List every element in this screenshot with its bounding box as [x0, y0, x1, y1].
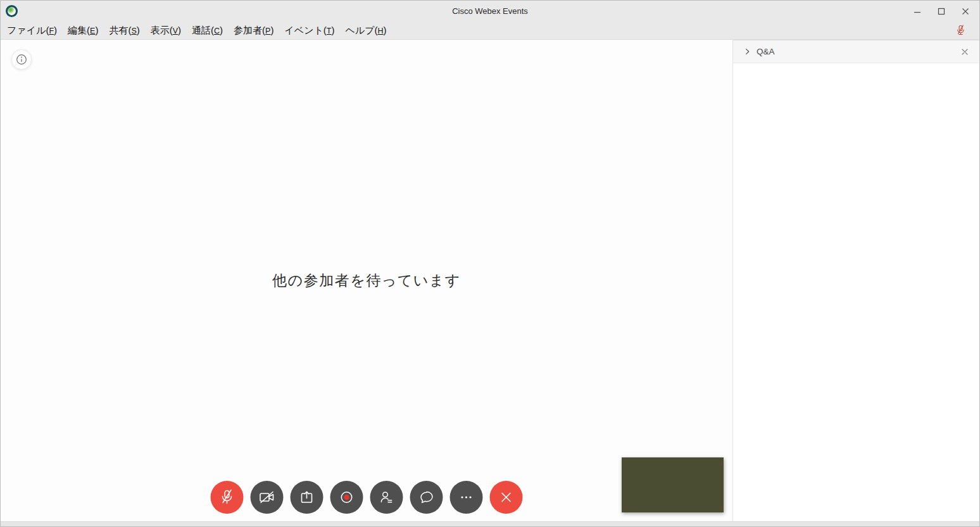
qa-collapse-button[interactable] — [743, 47, 752, 56]
minimize-icon — [914, 8, 921, 15]
camera-button[interactable] — [251, 481, 284, 514]
microphone-muted-icon — [219, 488, 236, 506]
close-icon — [961, 48, 969, 56]
minimize-button[interactable] — [912, 6, 922, 16]
menu-view[interactable]: 表示(V) — [151, 25, 181, 37]
window-controls — [912, 1, 971, 22]
share-content-button[interactable] — [291, 481, 324, 514]
menu-file[interactable]: ファイル(F) — [7, 25, 57, 37]
maximize-icon — [938, 8, 945, 15]
microphone-muted-indicator-icon — [956, 25, 965, 37]
chevron-right-icon — [744, 48, 751, 55]
qa-close-button[interactable] — [960, 47, 970, 57]
meeting-info-button[interactable] — [11, 49, 32, 70]
menu-edit[interactable]: 編集(E) — [68, 25, 98, 37]
menu-share[interactable]: 共有(S) — [109, 25, 139, 37]
content-area: 他の参加者を待っています — [1, 40, 979, 521]
info-icon — [15, 53, 28, 66]
record-icon — [339, 489, 355, 505]
chat-icon — [418, 489, 435, 505]
share-screen-icon — [299, 489, 315, 505]
self-video-thumbnail[interactable] — [622, 457, 724, 512]
participants-button[interactable] — [370, 481, 403, 514]
chat-button[interactable] — [410, 481, 443, 514]
close-window-button[interactable] — [960, 6, 971, 16]
more-options-icon — [458, 489, 475, 505]
participants-icon — [379, 489, 395, 505]
maximize-button[interactable] — [936, 6, 946, 16]
menu-event[interactable]: イベント(T) — [284, 25, 334, 37]
close-icon — [498, 489, 515, 505]
meeting-stage: 他の参加者を待っています — [1, 40, 733, 521]
camera-off-icon — [258, 490, 276, 505]
menu-bar: ファイル(F) 編集(E) 共有(S) 表示(V) 通話(C) 参加者(P) イ… — [1, 22, 979, 40]
app-window: Cisco Webex Events ファイル(F) 編集(E) 共有(S) 表… — [0, 0, 980, 527]
close-icon — [962, 8, 969, 15]
window-title: Cisco Webex Events — [1, 6, 979, 16]
qa-panel: Q&A — [733, 40, 979, 521]
more-options-button[interactable] — [450, 481, 483, 514]
control-bar — [211, 481, 523, 514]
webex-logo-icon — [6, 5, 18, 17]
leave-meeting-button[interactable] — [490, 481, 523, 514]
qa-panel-header: Q&A — [733, 40, 979, 63]
qa-panel-body — [733, 63, 979, 521]
waiting-message: 他の参加者を待っています — [272, 271, 461, 290]
window-bottom-edge — [1, 521, 979, 526]
menu-participants[interactable]: 参加者(P) — [234, 25, 273, 37]
record-button[interactable] — [330, 481, 363, 514]
title-bar: Cisco Webex Events — [1, 1, 979, 22]
qa-panel-title: Q&A — [757, 47, 775, 56]
menu-call[interactable]: 通話(C) — [192, 25, 223, 37]
menu-help[interactable]: ヘルプ(H) — [346, 25, 387, 37]
mute-unmute-button[interactable] — [211, 481, 244, 514]
